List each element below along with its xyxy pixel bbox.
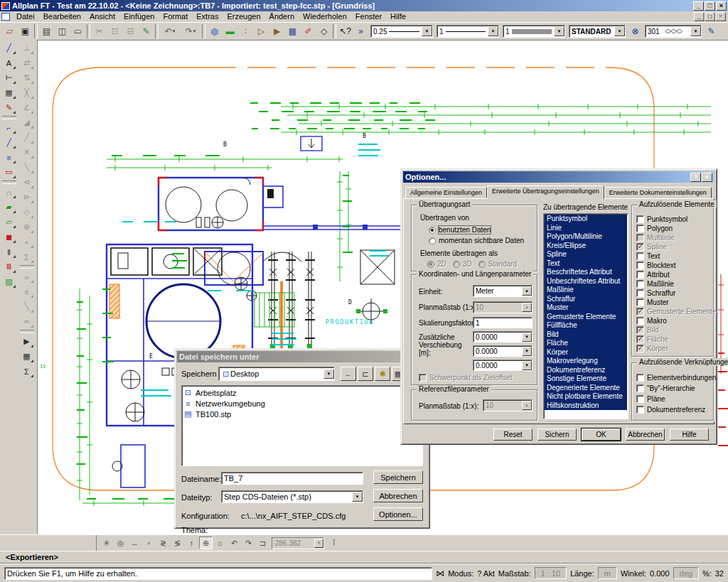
folder-icon[interactable]: ⊐ <box>256 537 269 549</box>
menu-item[interactable]: Extras <box>192 12 223 21</box>
menu-item[interactable]: Erzeugen <box>223 12 264 21</box>
checkbox-option[interactable]: Elementverbindungen <box>636 373 716 382</box>
list-item[interactable]: Füllfläche <box>545 321 627 330</box>
checkbox-option[interactable]: "By"-Hierarchie <box>636 384 716 393</box>
tool-icon[interactable] <box>2 116 16 119</box>
layer-combo[interactable]: STANDARD▼ <box>569 25 626 38</box>
angle-tool-icon[interactable]: ∠ <box>19 100 35 115</box>
checkbox-option[interactable]: Polygon <box>636 224 716 233</box>
menu-item[interactable]: Ansicht <box>85 12 119 21</box>
stretch-tool-icon[interactable]: ⇅ <box>19 70 35 85</box>
list-item[interactable]: Körper <box>545 348 627 357</box>
list-item[interactable]: Degenerierte Elemente <box>545 384 627 393</box>
zoom-window-icon[interactable]: ▫ <box>142 537 156 549</box>
line-color-combo[interactable]: 1▼ <box>503 25 565 38</box>
overflow-chevron-icon[interactable]: » <box>353 24 368 39</box>
checkbox-option[interactable]: Multilinie <box>636 233 716 242</box>
line-tool-icon[interactable]: ╱ <box>1 41 17 55</box>
list-item[interactable]: Nicht plotbare Elemente <box>545 392 627 402</box>
new-document-icon[interactable]: ▱ <box>2 24 17 39</box>
mdi-restore-button[interactable]: □ <box>705 12 714 21</box>
options-dialog-titlebar[interactable]: Optionen... ? × <box>403 171 714 183</box>
delete-tool-icon[interactable]: ✕ <box>19 145 35 160</box>
target-tool-icon[interactable]: ⊕ <box>19 220 35 235</box>
zoom-in-icon[interactable]: ≷ <box>156 537 170 549</box>
list-item[interactable]: Kreis/Ellipse <box>545 242 627 251</box>
pen-thickness-combo[interactable]: 0.25▼ <box>370 25 433 38</box>
checkbox-option[interactable]: Muster <box>636 298 716 307</box>
zoom-scale-combo[interactable]: 286.382▼ <box>272 537 324 549</box>
Arbeitsplatz[interactable]: ⊡ Arbeitsplatz <box>183 387 421 398</box>
tri-left-tool-icon[interactable]: ⊲ <box>19 175 35 190</box>
chevron-down-icon[interactable]: ▼ <box>323 369 334 379</box>
menu-item[interactable]: Einfügen <box>119 12 159 21</box>
tab[interactable]: Erweiterte Dokumenteinstellungen <box>604 187 712 198</box>
tool-icon[interactable] <box>20 265 34 269</box>
einheit-combo[interactable]: Meter▼ <box>473 285 532 297</box>
checkbox-option[interactable]: Spline <box>636 242 716 252</box>
target-icon[interactable]: ⊕ <box>199 537 213 549</box>
up-icon[interactable]: ↑ <box>185 537 198 549</box>
file-list[interactable]: ⊡ Arbeitsplatz ≡ Netzwerkumgebung ▤ TB10… <box>181 385 423 466</box>
save-button[interactable]: Speichern <box>373 470 423 484</box>
menu-item[interactable]: Bearbeiten <box>39 12 85 21</box>
pen-tool-icon[interactable]: ✎ <box>1 100 17 115</box>
checkbox-option[interactable]: Attribut <box>636 270 716 279</box>
restore-button[interactable]: □ <box>705 1 715 11</box>
list-item[interactable]: Linie <box>545 224 627 233</box>
pen-icon[interactable]: ✎ <box>704 24 719 39</box>
redo-icon[interactable]: ↷ <box>181 24 200 39</box>
chevron-down-icon[interactable]: ▼ <box>614 26 625 36</box>
move-tool-icon[interactable]: ⇄ <box>19 55 35 70</box>
measure-tool-icon[interactable]: ╲ <box>19 299 35 314</box>
verschiebung-spinner[interactable]: 0.0000▼ <box>473 360 532 371</box>
dialog-button[interactable]: Sichern <box>537 429 577 441</box>
home-icon[interactable]: ⌂ <box>213 537 227 549</box>
dimension-tool-icon[interactable]: ⊢ <box>1 70 17 85</box>
list-item[interactable]: Fläche <box>545 339 627 348</box>
list-item[interactable]: Maßlinie <box>545 286 627 295</box>
mdi-minimize-button[interactable]: _ <box>694 12 704 21</box>
tool-icon[interactable] <box>20 330 34 333</box>
close-button[interactable]: × <box>716 1 727 11</box>
pin-icon[interactable]: ⊺ <box>326 536 341 551</box>
cancel-button[interactable]: Abbrechen <box>373 489 423 502</box>
screen-icon[interactable]: ▭ <box>70 24 85 39</box>
close-icon[interactable]: × <box>702 173 712 182</box>
layout-tool-icon[interactable]: ▦ <box>1 85 17 100</box>
list-item[interactable]: Polygon/Multilinie <box>545 232 627 242</box>
link-icon[interactable]: ⊗ <box>628 24 643 39</box>
pan-icon[interactable]: ↔ <box>128 537 141 549</box>
toolbar-icon[interactable] <box>34 24 38 38</box>
diag-tool-icon[interactable]: ╱ <box>19 130 35 145</box>
up-folder-icon[interactable]: ⊏ <box>358 367 373 381</box>
help-button[interactable]: ? <box>690 173 701 182</box>
checkbox-option[interactable]: Blocktext <box>636 261 716 270</box>
list-item[interactable]: Bild <box>545 330 627 340</box>
checkbox-option[interactable]: Gemusterte Elemente <box>636 307 716 316</box>
cube-icon[interactable]: ◇ <box>316 24 331 39</box>
list-item[interactable]: Muster <box>545 303 627 313</box>
mdi-document-icon[interactable] <box>1 13 10 21</box>
help-cursor-icon[interactable]: ↖? <box>338 24 353 39</box>
back-icon[interactable]: ← <box>341 367 356 381</box>
toolbar-icon[interactable] <box>202 24 205 38</box>
dialog-button[interactable]: Abbrechen <box>626 429 665 441</box>
pattern-tool-icon[interactable]: ▨ <box>1 274 17 289</box>
chevron-down-icon[interactable]: ▼ <box>314 539 323 548</box>
minimize-button[interactable]: _ <box>693 1 704 11</box>
line-type-combo[interactable]: 1▼ <box>437 25 499 38</box>
tab[interactable]: Allgemeine Einstellungen <box>405 187 487 198</box>
verschiebung-spinner[interactable]: 0.0000▼ <box>473 331 532 343</box>
zoom-icon[interactable]: ◎ <box>114 537 127 549</box>
select-tool-icon[interactable]: ▶ <box>19 334 35 349</box>
list-item[interactable]: Spline <box>545 250 627 259</box>
checkbox-option[interactable]: Makro <box>636 316 716 325</box>
menu-item[interactable]: Format <box>159 12 192 21</box>
polyline-tool-icon[interactable]: ▭ <box>1 165 17 180</box>
undo-icon[interactable]: ↶ <box>160 24 180 39</box>
refresh-zoom-icon[interactable]: ✳ <box>100 537 113 549</box>
sum-tool-icon[interactable]: Σ <box>19 249 35 264</box>
group-combo[interactable]: 301 ▼ <box>645 25 702 38</box>
line2-tool-icon[interactable]: ╱ <box>1 135 17 150</box>
